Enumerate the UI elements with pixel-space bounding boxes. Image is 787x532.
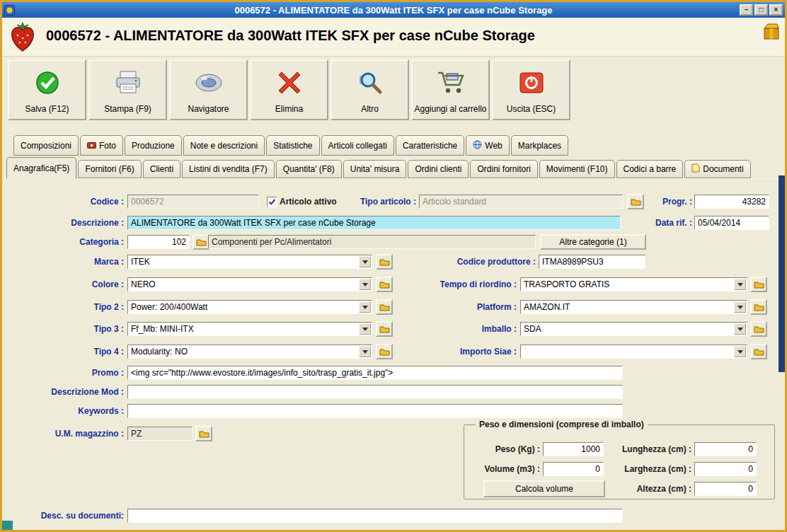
other-button[interactable]: Altro (331, 59, 409, 120)
titlebar[interactable]: 0006572 - ALIMENTATORE da 300Watt ITEK S… (2, 2, 785, 18)
tab-label: Markplaces (518, 141, 561, 151)
categoria-label: Categoria : (9, 237, 124, 247)
save-button[interactable]: Salva (F12) (8, 59, 86, 120)
chevron-down-icon[interactable] (734, 323, 746, 335)
tempo-riordino-label: Tempo di riordino : (398, 279, 517, 289)
altezza-input[interactable] (694, 482, 757, 496)
tab-bar-upper: Composizioni Foto Produzione Note e desc… (13, 135, 570, 156)
codice-produttore-input[interactable] (539, 255, 645, 269)
tab-fornitori[interactable]: Fornitori (F6) (78, 160, 141, 178)
tab-ordini-clienti[interactable]: Ordini clienti (408, 160, 469, 178)
marca-folder-button[interactable] (376, 254, 393, 270)
tab-markplaces[interactable]: Markplaces (511, 135, 568, 156)
data-rif-input[interactable] (694, 216, 769, 230)
tab-listini-di-vendita[interactable]: Listini di vendita (F7) (182, 160, 275, 178)
codice-input[interactable] (127, 195, 259, 209)
window-controls: – □ × (740, 4, 783, 16)
minimize-button[interactable]: – (740, 4, 753, 16)
add-to-cart-button[interactable]: Aggiungi al carrello (411, 59, 490, 120)
tab-note-e-descrizioni[interactable]: Note e descrizioni (183, 135, 265, 156)
tipo3-combo[interactable]: Ff_Mb: MINI-ITX (127, 322, 372, 336)
tipo2-label: Tipo 2 : (9, 302, 124, 312)
chevron-down-icon[interactable] (359, 301, 371, 313)
exit-button[interactable]: Uscita (ESC) (492, 59, 570, 120)
tab-web[interactable]: Web (466, 135, 509, 156)
toolbar: Salva (F12) Stampa (F9) Navigatore Elimi… (8, 59, 570, 120)
articolo-attivo-checkbox[interactable] (267, 197, 277, 207)
categoria-folder-button[interactable] (193, 234, 209, 250)
um-magazzino-input[interactable] (127, 427, 193, 441)
tipo3-folder-button[interactable] (376, 321, 393, 337)
tab-caratteristiche[interactable]: Caratteristiche (396, 135, 464, 156)
tipo-articolo-input[interactable] (419, 195, 623, 209)
peso-input[interactable] (543, 442, 604, 456)
photo-icon (87, 141, 96, 151)
desc-documenti-label: Desc. su documenti: (9, 511, 124, 521)
importo-siae-folder-button[interactable] (750, 344, 767, 359)
folder-icon (379, 280, 390, 289)
close-button[interactable]: × (769, 4, 783, 16)
tab-unita-misura[interactable]: Unita' misura (343, 160, 407, 178)
tipo2-combo[interactable]: Power: 200/400Watt (127, 300, 372, 314)
tempo-riordino-folder-button[interactable] (750, 277, 767, 292)
marca-combo[interactable]: ITEK (127, 255, 372, 269)
tab-quantita[interactable]: Quantita' (F8) (276, 160, 342, 178)
chevron-down-icon[interactable] (734, 301, 746, 313)
data-rif-label: Data rif. : (634, 218, 692, 228)
tab-produzione[interactable]: Produzione (125, 135, 182, 156)
larghezza-input[interactable] (694, 462, 757, 476)
tempo-riordino-combo[interactable]: TRASPORTO GRATIS (520, 277, 747, 291)
marca-label: Marca : (9, 257, 124, 267)
folder-icon (379, 347, 390, 356)
tipo4-combo[interactable]: Modularity: NO (127, 345, 372, 359)
colore-folder-button[interactable] (376, 277, 393, 292)
chevron-down-icon[interactable] (359, 323, 371, 335)
chevron-down-icon[interactable] (359, 346, 371, 357)
chevron-down-icon[interactable] (734, 346, 746, 357)
progr-input[interactable] (694, 195, 769, 209)
power-stop-icon (519, 65, 544, 100)
tab-ordini-fornitori[interactable]: Ordini fornitori (470, 160, 537, 178)
delete-button[interactable]: Elimina (250, 59, 328, 120)
tab-label: Ordini fornitori (477, 164, 530, 174)
chevron-down-icon[interactable] (359, 256, 371, 267)
calcola-volume-button[interactable]: Calcola volume (483, 480, 605, 497)
larghezza-label: Larghezza (cm) : (609, 464, 691, 474)
keywords-input[interactable] (127, 404, 623, 418)
lunghezza-input[interactable] (694, 442, 757, 456)
platform-folder-button[interactable] (750, 299, 767, 315)
print-button[interactable]: Stampa (F9) (88, 59, 167, 120)
descrizione-mod-label: Descrizione Mod : (9, 387, 124, 397)
imballo-folder-button[interactable] (750, 321, 767, 337)
tab-clienti[interactable]: Clienti (143, 160, 180, 178)
um-magazzino-folder-button[interactable] (195, 426, 212, 441)
descrizione-input[interactable] (127, 216, 621, 230)
desc-documenti-input[interactable] (127, 509, 623, 523)
chevron-down-icon[interactable] (734, 279, 746, 290)
tab-anagrafica[interactable]: Anagrafica(F5) (6, 157, 76, 179)
tab-movimenti[interactable]: Movimenti (F10) (539, 160, 615, 178)
categoria-code-input[interactable] (127, 235, 190, 249)
volume-input[interactable] (543, 462, 604, 476)
colore-combo[interactable]: NERO (127, 277, 372, 291)
tab-codici-a-barre[interactable]: Codici a barre (616, 160, 684, 178)
window-edge-decoration (779, 175, 785, 372)
tab-composizioni[interactable]: Composizioni (13, 135, 79, 156)
tab-statistiche[interactable]: Statistiche (266, 135, 319, 156)
tipo2-folder-button[interactable] (376, 299, 393, 315)
maximize-button[interactable]: □ (754, 4, 768, 16)
navigator-button[interactable]: Navigatore (169, 59, 248, 120)
tab-documenti[interactable]: Documenti (684, 160, 750, 178)
chevron-down-icon[interactable] (359, 279, 371, 290)
descrizione-mod-input[interactable] (127, 385, 623, 399)
folder-icon (754, 347, 764, 356)
promo-input[interactable] (127, 366, 623, 380)
tipo4-folder-button[interactable] (376, 344, 393, 359)
altre-categorie-button[interactable]: Altre categorie (1) (540, 234, 646, 250)
folder-icon (379, 303, 390, 311)
importo-siae-combo[interactable] (520, 345, 747, 359)
tab-foto[interactable]: Foto (80, 135, 123, 156)
imballo-combo[interactable]: SDA (520, 322, 747, 336)
platform-combo[interactable]: AMAZON.IT (520, 300, 747, 314)
tab-articoli-collegati[interactable]: Articoli collegati (321, 135, 394, 156)
